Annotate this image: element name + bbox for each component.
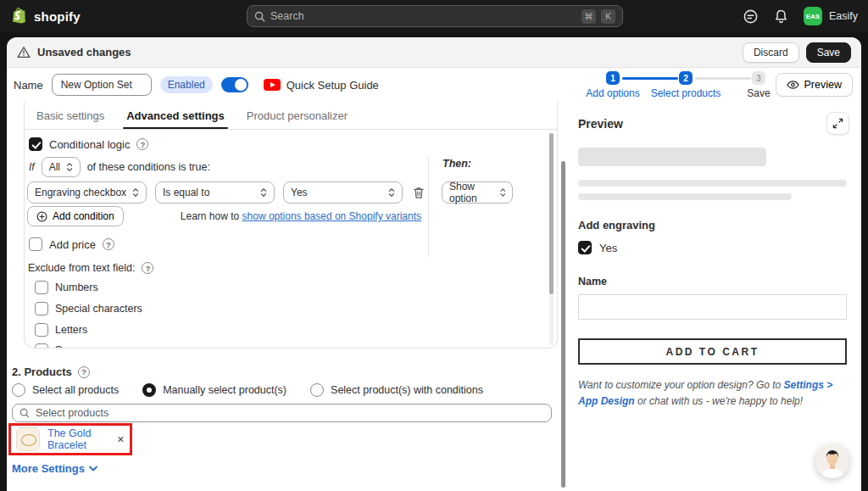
conditions-suffix: of these conditions is true: — [87, 161, 210, 173]
shopify-logo[interactable]: shopify — [12, 7, 81, 25]
more-settings-link[interactable]: More Settings — [12, 462, 97, 475]
toggle-knob — [235, 79, 247, 91]
user-avatar: EAS — [804, 7, 822, 25]
conditional-logic-checkbox[interactable] — [29, 137, 42, 151]
product-selection-radios: Select all products Manually select prod… — [12, 383, 483, 397]
product-search-input[interactable]: Select products — [12, 404, 552, 422]
preview-option-checkbox[interactable] — [578, 241, 592, 254]
plus-circle-icon — [36, 211, 47, 222]
option-set-name-field[interactable] — [52, 74, 152, 96]
delete-condition-button[interactable] — [413, 187, 425, 199]
add-price-label: Add price — [49, 238, 96, 251]
remove-product-button[interactable]: ✕ — [117, 434, 125, 445]
exclude-spaces-checkbox[interactable] — [35, 343, 48, 349]
step-1-circle[interactable]: 1 — [606, 71, 620, 85]
then-action-select[interactable]: Show option — [442, 181, 513, 204]
preview-field-label: Name — [578, 276, 849, 287]
add-to-cart-button[interactable]: ADD TO CART — [578, 338, 847, 365]
radio-dot-selected — [142, 383, 156, 397]
save-button[interactable]: Save — [806, 42, 851, 63]
caret-updown-icon — [388, 187, 395, 198]
condition-value-select[interactable]: Yes — [283, 181, 403, 204]
caret-updown-icon — [132, 187, 139, 198]
radio-select-all-products[interactable]: Select all products — [12, 383, 119, 397]
annotation-highlight: The Gold Bracelet ✕ — [8, 423, 132, 455]
search-icon — [254, 11, 265, 22]
option-settings-card: Basic settings Advanced settings Product… — [24, 102, 558, 349]
preview-option-value: Yes — [599, 242, 617, 254]
topbar: shopify Search ⌘ K — [0, 0, 868, 32]
conditional-logic-label: Conditional logic — [49, 138, 130, 151]
add-condition-button[interactable]: Add condition — [27, 206, 124, 226]
eye-icon — [787, 80, 799, 90]
caret-updown-icon — [500, 187, 505, 198]
tab-product-personalizer[interactable]: Product personalizer — [247, 102, 348, 129]
radio-manually-select-products[interactable]: Manually select product(s) — [142, 383, 287, 397]
placeholder-block — [578, 148, 766, 166]
inbox-chat-icon[interactable] — [743, 8, 759, 25]
expand-icon — [832, 118, 843, 129]
placeholder-line — [578, 180, 847, 187]
notifications-bell-icon[interactable] — [774, 8, 788, 25]
unsaved-changes-title: Unsaved changes — [37, 46, 131, 59]
chat-widget-avatar[interactable] — [815, 444, 849, 478]
unsaved-changes-bar: Unsaved changes Discard Save — [7, 37, 861, 68]
tab-advanced-settings[interactable]: Advanced settings — [126, 102, 225, 129]
products-heading: 2. Products ? — [12, 365, 90, 378]
help-icon[interactable]: ? — [142, 262, 153, 274]
selected-product-link[interactable]: The Gold Bracelet — [47, 427, 108, 451]
learn-how-text: Learn how to show options based on Shopi… — [181, 210, 421, 222]
product-thumbnail — [16, 427, 40, 451]
caret-updown-icon — [66, 162, 73, 172]
search-icon — [19, 408, 30, 418]
step-3-circle[interactable]: 3 — [752, 71, 765, 85]
page-scrollbar-thumb[interactable] — [561, 161, 565, 488]
enabled-toggle[interactable] — [221, 77, 248, 92]
match-type-select[interactable]: All — [42, 157, 81, 177]
k-key-hint: K — [601, 9, 615, 24]
customize-note: Want to customize your option design? Go… — [578, 377, 849, 410]
condition-field-select[interactable]: Engraving checkbox — [27, 181, 147, 204]
exclude-numbers-checkbox[interactable] — [35, 281, 48, 294]
preview-panel: Preview Add engraving Yes Name — [566, 102, 861, 491]
product-search-placeholder: Select products — [36, 407, 108, 419]
option-set-header: Name Enabled Quick Setup Guide 1 2 3 Add… — [7, 68, 861, 102]
expand-preview-button[interactable] — [826, 112, 849, 135]
step-2-label: Select products — [649, 87, 722, 99]
exclude-letters-checkbox[interactable] — [35, 323, 48, 337]
warning-icon — [17, 46, 31, 59]
card-scrollbar[interactable] — [549, 133, 554, 345]
quick-setup-guide-link[interactable]: Quick Setup Guide — [264, 79, 379, 92]
exclude-special-characters-checkbox[interactable] — [35, 302, 48, 315]
radio-select-products-with-conditions[interactable]: Select product(s) with conditions — [310, 383, 483, 397]
step-2-circle[interactable]: 2 — [679, 71, 693, 85]
if-label: If — [29, 161, 35, 173]
help-icon[interactable]: ? — [103, 238, 114, 250]
preview-option-label: Add engraving — [578, 219, 849, 232]
user-name: Easify — [829, 10, 858, 22]
preview-button[interactable]: Preview — [776, 73, 853, 97]
screen: shopify Search ⌘ K — [0, 0, 868, 491]
step-connector-2 — [695, 77, 751, 80]
card-scrollbar-thumb[interactable] — [549, 133, 554, 294]
settings-pane: Basic settings Advanced settings Product… — [7, 102, 561, 491]
help-icon[interactable]: ? — [136, 138, 148, 150]
preview-title: Preview — [578, 117, 623, 131]
name-label: Name — [14, 79, 43, 92]
enabled-badge: Enabled — [160, 76, 213, 93]
user-menu[interactable]: EAS Easify — [804, 7, 858, 25]
add-price-checkbox[interactable] — [29, 237, 42, 251]
search-input[interactable]: Search ⌘ K — [247, 5, 623, 27]
placeholder-line — [578, 193, 792, 200]
app-window: Unsaved changes Discard Save Name Enable… — [7, 37, 861, 491]
discard-button[interactable]: Discard — [743, 42, 799, 63]
tab-basic-settings[interactable]: Basic settings — [36, 102, 104, 129]
condition-operator-select[interactable]: Is equal to — [155, 181, 275, 204]
preview-name-input[interactable] — [578, 294, 847, 320]
help-icon[interactable]: ? — [78, 366, 90, 378]
settings-tabs: Basic settings Advanced settings Product… — [25, 102, 557, 130]
then-label: Then: — [442, 158, 471, 170]
stepper: 1 2 3 Add options Select products Save — [570, 71, 773, 98]
variants-learn-link[interactable]: show options based on Shopify variants — [242, 210, 421, 222]
command-key-hint: ⌘ — [581, 9, 596, 24]
